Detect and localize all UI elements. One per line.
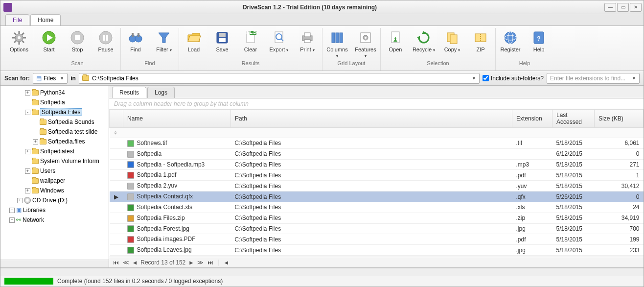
- load-button[interactable]: Load: [182, 28, 206, 59]
- tree-expander[interactable]: +: [25, 168, 30, 174]
- col-last[interactable]: Last Accessed: [552, 110, 595, 128]
- col-name[interactable]: Name: [123, 110, 231, 128]
- stop-button[interactable]: Stop: [66, 28, 89, 59]
- tree-expander[interactable]: +: [9, 217, 15, 223]
- main-scrollbar[interactable]: [0, 268, 644, 276]
- clear-button[interactable]: XLSXClear: [239, 28, 262, 59]
- extensions-filter[interactable]: Enter file extensions to find... ▼: [547, 73, 640, 84]
- filter-ext[interactable]: [512, 128, 552, 138]
- path-combo[interactable]: ▼: [79, 73, 480, 84]
- results-grid[interactable]: Name Path Extension Last Accessed Size (…: [109, 109, 644, 257]
- nav-next[interactable]: ▶: [189, 259, 193, 266]
- tree-expander[interactable]: +: [17, 198, 23, 203]
- tree-expander[interactable]: +: [33, 139, 38, 144]
- zip-button[interactable]: ZIP: [469, 28, 492, 59]
- tree-node[interactable]: +Softpediatest: [1, 146, 108, 156]
- include-checkbox[interactable]: [483, 75, 489, 81]
- tree-node[interactable]: wallpaper: [1, 176, 108, 186]
- copy-button[interactable]: Copy ▾: [440, 28, 464, 59]
- columns-button[interactable]: Columns ▾: [325, 28, 349, 59]
- cell-last: 5/18/2015: [552, 181, 595, 191]
- tree-node[interactable]: Softpedia: [1, 97, 108, 107]
- filter-name[interactable]: [123, 128, 231, 138]
- ribbon-label: Clear: [244, 47, 257, 52]
- tab-logs[interactable]: Logs: [147, 87, 175, 98]
- filter-last[interactable]: [552, 128, 595, 138]
- features-button[interactable]: Features ▾: [354, 28, 377, 59]
- tree-expander[interactable]: +: [25, 149, 30, 154]
- ribbon-label: Recycle ▾: [413, 47, 435, 52]
- tree-expander[interactable]: +: [25, 188, 30, 193]
- col-indicator[interactable]: [110, 110, 123, 128]
- tree-node[interactable]: +Users: [1, 166, 108, 176]
- table-row[interactable]: Softpedia - Softpedia.mp3C:\Softpedia Fi…: [110, 159, 644, 170]
- ribbon-label: Help: [533, 47, 545, 52]
- nav-first[interactable]: ⏮: [113, 259, 119, 266]
- recycle-button[interactable]: Recycle ▾: [412, 28, 436, 59]
- help-button[interactable]: ?Help: [527, 28, 551, 59]
- scanfor-value: Files: [44, 75, 56, 82]
- menu-file[interactable]: File: [5, 14, 29, 25]
- maximize-button[interactable]: ▭: [617, 3, 629, 12]
- open-button[interactable]: Open: [384, 28, 407, 59]
- tree-node[interactable]: +Softpedia.files: [1, 137, 108, 146]
- menu-home[interactable]: Home: [30, 14, 61, 25]
- filter-button[interactable]: Filter ▾: [152, 28, 176, 59]
- tab-results[interactable]: Results: [112, 87, 146, 98]
- nav-left[interactable]: ◀: [225, 259, 228, 266]
- svg-point-14: [99, 31, 112, 44]
- tree-expander[interactable]: +: [9, 208, 15, 213]
- tree-node[interactable]: System Volume Inform: [1, 156, 108, 166]
- tree-node[interactable]: +CD Drive (D:): [1, 195, 108, 205]
- minimize-button[interactable]: —: [604, 3, 616, 12]
- tree-expander[interactable]: -: [25, 110, 30, 115]
- filter-handle[interactable]: ♀: [110, 128, 123, 138]
- tree-node[interactable]: -Softpedia Files: [1, 107, 108, 117]
- col-size[interactable]: Size (KB): [595, 110, 644, 128]
- tree-node[interactable]: +⚯Network: [1, 215, 108, 225]
- save-button[interactable]: Save: [210, 28, 234, 59]
- col-path[interactable]: Path: [231, 110, 512, 128]
- table-row[interactable]: Softpedia Leaves.jpgC:\Softpedia Files.j…: [110, 245, 644, 256]
- nav-nextpage[interactable]: ≫: [197, 259, 204, 266]
- tree-node[interactable]: +Windows: [1, 186, 108, 195]
- table-row[interactable]: Softpedia Forest.jpgC:\Softpedia Files.j…: [110, 223, 644, 234]
- print-button[interactable]: Print ▾: [296, 28, 319, 59]
- scanfor-combo[interactable]: ▤ Files ▼: [33, 73, 68, 84]
- start-button[interactable]: Start: [37, 28, 61, 59]
- tree-node[interactable]: Softpedia Sounds: [1, 117, 108, 127]
- nav-prev[interactable]: ◀: [133, 259, 137, 266]
- options-button[interactable]: Options: [7, 28, 31, 59]
- export-button[interactable]: Export ▾: [267, 28, 291, 59]
- include-subfolders-checkbox[interactable]: Include sub-folders?: [483, 75, 544, 82]
- nav-last[interactable]: ⏭: [207, 259, 213, 266]
- folder-tree[interactable]: +Python34Softpedia-Softpedia FilesSoftpe…: [0, 86, 109, 260]
- nav-prevpage[interactable]: ≪: [123, 259, 129, 266]
- tree-node[interactable]: Softpedia test slide: [1, 127, 108, 137]
- filter-path[interactable]: [231, 128, 512, 138]
- table-row[interactable]: Softpedia images.PDFC:\Softpedia Files.p…: [110, 234, 644, 245]
- table-row[interactable]: Softnews.tifC:\Softpedia Files.tif5/18/2…: [110, 138, 644, 149]
- pause-button[interactable]: Pause: [94, 28, 117, 59]
- table-row[interactable]: Softpedia Files.zipC:\Softpedia Files.zi…: [110, 213, 644, 223]
- cell-name: Softnews.tif: [123, 138, 231, 149]
- tree-node[interactable]: +Python34: [1, 88, 108, 97]
- tree-scrollbar[interactable]: [0, 260, 109, 267]
- tree-expander[interactable]: +: [25, 90, 30, 96]
- tree-node[interactable]: +▣Libraries: [1, 205, 108, 215]
- table-row[interactable]: Softpedia 2.yuvC:\Softpedia Files.yuv5/1…: [110, 181, 644, 191]
- filter-size[interactable]: [595, 128, 644, 138]
- close-button[interactable]: ✕: [630, 3, 642, 12]
- openfolder-icon: [186, 30, 202, 46]
- cell-path: C:\Softpedia Files: [231, 138, 512, 149]
- table-row[interactable]: Softpedia Contact.xlsC:\Softpedia Files.…: [110, 202, 644, 213]
- find-button[interactable]: Find: [124, 28, 147, 59]
- table-row[interactable]: Softpedia 1.pdfC:\Softpedia Files.pdf5/1…: [110, 170, 644, 181]
- path-input[interactable]: [92, 75, 467, 82]
- col-ext[interactable]: Extension: [512, 110, 552, 128]
- register-button[interactable]: Register: [499, 28, 522, 59]
- table-row[interactable]: SoftpediaC:\Softpedia Files6/12/20150: [110, 148, 644, 159]
- cell-path: C:\Softpedia Files: [231, 202, 512, 213]
- table-row[interactable]: ▶Softpedia Contact.qfxC:\Softpedia Files…: [110, 191, 644, 202]
- group-hint[interactable]: Drag a column header here to group by th…: [109, 98, 644, 109]
